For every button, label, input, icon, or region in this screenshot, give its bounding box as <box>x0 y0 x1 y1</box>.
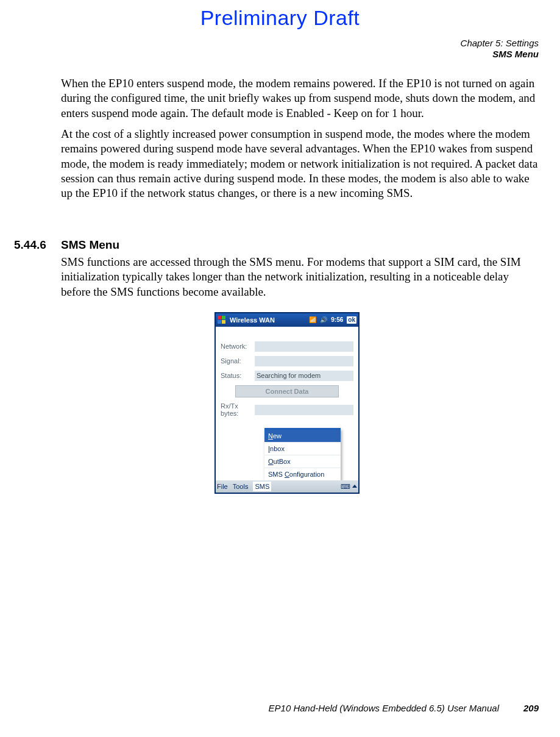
start-flag-icon[interactable] <box>218 316 227 324</box>
device-bottombar: File Tools SMS ⌨ <box>216 480 358 493</box>
watermark-text: Preliminary Draft <box>0 5 560 32</box>
footer-page-number: 209 <box>523 702 539 714</box>
menu-item-new[interactable]: New <box>264 430 341 442</box>
page-footer: EP10 Hand-Held (Windows Embedded 6.5) Us… <box>0 702 560 714</box>
connect-data-button[interactable]: Connect Data <box>235 385 339 397</box>
status-label: Status: <box>221 371 255 380</box>
device-titlebar: Wireless WAN 📶 🔊 9:56 ok <box>216 313 358 327</box>
section-body: SMS functions are accessed through the S… <box>61 255 539 299</box>
sms-context-menu: New Inbox OutBox SMS Configuration <box>264 428 341 480</box>
section-title: SMS Menu <box>61 238 119 252</box>
menu-item-inbox[interactable]: Inbox <box>264 442 341 455</box>
header-section: SMS Menu <box>461 49 539 60</box>
menu-sms[interactable]: SMS <box>253 482 271 491</box>
body-text: When the EP10 enters suspend mode, the m… <box>61 76 539 207</box>
device-panel: Network: Signal: Status: Searching for m… <box>216 327 358 424</box>
paragraph-1: When the EP10 enters suspend mode, the m… <box>61 76 539 121</box>
signal-field <box>255 356 353 366</box>
menu-item-outbox[interactable]: OutBox <box>264 455 341 468</box>
network-field <box>255 341 353 352</box>
section-number: 5.44.6 <box>14 238 46 252</box>
chevron-up-icon[interactable] <box>352 485 357 488</box>
device-screenshot: Wireless WAN 📶 🔊 9:56 ok Network: Signal… <box>214 312 360 494</box>
titlebar-title: Wireless WAN <box>230 316 309 324</box>
paragraph-2: At the cost of a slightly increased powe… <box>61 127 539 201</box>
signal-icon: 📶 <box>309 316 316 324</box>
rxtx-label: Rx/Tx bytes: <box>221 402 255 417</box>
keyboard-icon[interactable]: ⌨ <box>341 482 350 491</box>
rxtx-field <box>255 405 353 415</box>
menu-tools[interactable]: Tools <box>233 482 249 491</box>
footer-manual-name: EP10 Hand-Held (Windows Embedded 6.5) Us… <box>269 702 499 714</box>
menu-item-sms-config[interactable]: SMS Configuration <box>264 468 341 480</box>
titlebar-status-icons: 📶 🔊 9:56 ok <box>309 316 356 324</box>
section-paragraph: SMS functions are accessed through the S… <box>61 255 539 299</box>
page-header: Chapter 5: Settings SMS Menu <box>461 38 539 60</box>
titlebar-time: 9:56 <box>331 316 343 324</box>
network-label: Network: <box>221 342 255 351</box>
volume-icon: 🔊 <box>320 316 327 324</box>
signal-label: Signal: <box>221 357 255 365</box>
header-chapter: Chapter 5: Settings <box>461 38 539 49</box>
ok-button[interactable]: ok <box>347 316 356 324</box>
menu-file[interactable]: File <box>217 482 228 491</box>
status-field: Searching for modem <box>255 371 353 381</box>
